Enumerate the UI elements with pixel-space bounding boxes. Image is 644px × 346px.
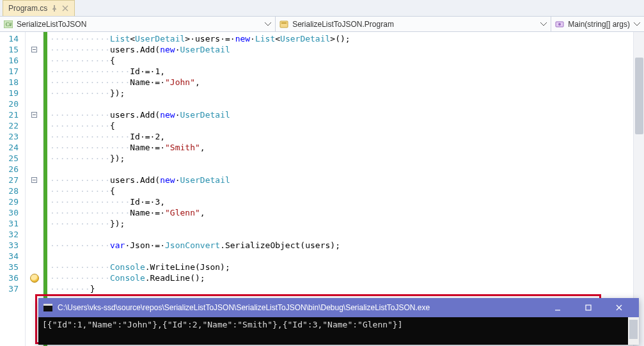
project-name: SerializeListToJSON (17, 20, 261, 29)
line-number: 37 (0, 283, 25, 294)
line-number: 20 (0, 98, 25, 109)
console-scrollbar[interactable] (628, 317, 639, 345)
fold-toggle-icon[interactable] (31, 112, 37, 118)
line-number: 14 (0, 33, 25, 44)
class-selector[interactable]: SerializeListToJSON.Program (276, 17, 551, 31)
gutter-cell (26, 120, 43, 131)
gutter-cell (26, 55, 43, 66)
line-number: 24 (0, 142, 25, 153)
line-number: 16 (0, 55, 25, 66)
line-number: 29 (0, 196, 25, 207)
code-line[interactable]: ············users.Add(new·UserDetail (47, 175, 633, 185)
line-number: 28 (0, 185, 25, 196)
code-line[interactable]: ········} (47, 283, 633, 294)
console-title: C:\Users\vks-ssd\source\repos\SerializeL… (58, 303, 538, 312)
line-number: 25 (0, 153, 25, 164)
code-line[interactable]: ················Id·=·1, (47, 66, 633, 77)
line-number: 18 (0, 77, 25, 88)
tab-label: Program.cs (8, 4, 47, 13)
line-number: 27 (0, 175, 25, 185)
gutter-cell (26, 272, 43, 283)
code-line[interactable]: ············Console.WriteLine(Json); (47, 262, 633, 272)
pin-icon[interactable] (51, 5, 58, 12)
gutter-cell (26, 66, 43, 77)
terminal-icon (43, 304, 52, 311)
close-icon[interactable] (61, 4, 69, 12)
console-window: C:\Users\vks-ssd\source\repos\SerializeL… (38, 298, 639, 345)
tab-bar: Program.cs (0, 0, 644, 17)
line-number: 35 (0, 262, 25, 272)
gutter-cell (26, 164, 43, 175)
svg-rect-3 (281, 22, 287, 24)
code-line[interactable] (47, 98, 633, 109)
svg-point-5 (558, 23, 561, 26)
code-line[interactable] (47, 229, 633, 240)
console-body[interactable]: [{"Id":1,"Name":"John"},{"Id":2,"Name":"… (38, 317, 639, 345)
line-number: 17 (0, 66, 25, 77)
line-number: 34 (0, 251, 25, 262)
close-window-button[interactable] (604, 298, 634, 317)
scroll-thumb[interactable] (635, 58, 643, 134)
code-line[interactable]: ············users.Add(new·UserDetail (47, 44, 633, 55)
gutter-cell (26, 175, 43, 185)
line-number: 15 (0, 44, 25, 55)
gutter-cell (26, 142, 43, 153)
console-titlebar[interactable]: C:\Users\vks-ssd\source\repos\SerializeL… (38, 298, 639, 317)
code-line[interactable] (47, 164, 633, 175)
console-scroll-thumb[interactable] (629, 320, 638, 339)
context-bar: C# SerializeListToJSON SerializeListToJS… (0, 17, 644, 32)
code-line[interactable]: ············{ (47, 120, 633, 131)
chevron-down-icon (634, 22, 640, 26)
line-number: 36 (0, 272, 25, 283)
gutter-cell (26, 33, 43, 44)
fold-toggle-icon[interactable] (31, 47, 37, 52)
svg-rect-7 (43, 304, 52, 306)
code-line[interactable]: ············}); (47, 218, 633, 229)
code-line[interactable]: ················Name·=·"Glenn", (47, 207, 633, 218)
svg-rect-2 (280, 21, 288, 28)
line-number: 22 (0, 120, 25, 131)
gutter-cell (26, 283, 43, 294)
lightbulb-icon[interactable] (30, 274, 39, 283)
code-line[interactable]: ············}); (47, 153, 633, 164)
csharp-project-icon: C# (4, 20, 13, 28)
code-line[interactable]: ················Name·=·"Smith", (47, 142, 633, 153)
code-line[interactable]: ············var·Json·=·JsonConvert.Seria… (47, 240, 633, 251)
maximize-button[interactable] (574, 298, 603, 317)
code-line[interactable]: ············users.Add(new·UserDetail (47, 109, 633, 120)
gutter-cell (26, 251, 43, 262)
line-number: 21 (0, 109, 25, 120)
fold-toggle-icon[interactable] (31, 177, 37, 183)
gutter-cell (26, 207, 43, 218)
method-icon (555, 20, 564, 28)
code-line[interactable]: ············List<UserDetail>·users·=·new… (47, 33, 633, 44)
gutter-cell (26, 262, 43, 272)
gutter-cell (26, 98, 43, 109)
gutter-cell (26, 109, 43, 120)
code-line[interactable]: ············{ (47, 55, 633, 66)
chevron-down-icon (265, 22, 271, 26)
tab-program-cs[interactable]: Program.cs (3, 0, 75, 16)
code-line[interactable]: ················Id·=·3, (47, 196, 633, 207)
minimize-button[interactable] (543, 298, 572, 317)
code-line[interactable]: ················Name·=·"John", (47, 77, 633, 88)
gutter-cell (26, 77, 43, 88)
code-line[interactable]: ············Console.ReadLine(); (47, 272, 633, 283)
code-line[interactable]: ············}); (47, 88, 633, 98)
project-selector[interactable]: C# SerializeListToJSON (0, 17, 276, 31)
line-number: 30 (0, 207, 25, 218)
code-line[interactable]: ················Id·=·2, (47, 131, 633, 142)
gutter-cell (26, 44, 43, 55)
gutter-cell (26, 131, 43, 142)
gutter-cell (26, 229, 43, 240)
method-selector[interactable]: Main(string[] args) (551, 17, 644, 31)
code-line[interactable] (47, 251, 633, 262)
code-line[interactable]: ············{ (47, 185, 633, 196)
svg-rect-9 (586, 305, 591, 310)
class-name: SerializeListToJSON.Program (292, 20, 537, 29)
line-number-gutter: 1415161718192021222324252627282930313233… (0, 32, 26, 346)
gutter-cell (26, 185, 43, 196)
line-number: 33 (0, 240, 25, 251)
method-name: Main(string[] args) (568, 20, 630, 29)
svg-text:C#: C# (6, 22, 12, 28)
